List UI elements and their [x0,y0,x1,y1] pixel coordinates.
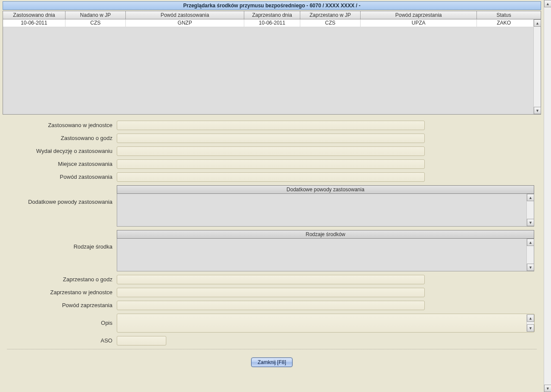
page-vertical-scrollbar[interactable]: ▲ ▼ [544,0,551,392]
field-ceased-hour[interactable] [117,275,425,284]
label-decision-by: Wydał decyzję o zastosowaniu [7,146,117,156]
grid-header-status[interactable]: Status [477,11,531,19]
field-applied-hour[interactable] [117,134,425,143]
types-of-means-scrollbar[interactable]: ▲ ▼ [526,239,534,271]
content-area: Przeglądarka środków przymusu bezpośredn… [0,0,544,392]
scroll-down-icon[interactable]: ▼ [534,107,541,114]
additional-reasons-list[interactable]: ▲ ▼ [117,194,534,227]
cell-ceased-jp: CZS [300,19,361,27]
cell-reason: GNZP [126,19,244,27]
grid-body: 10-06-2011 CZS GNZP 10-06-2011 CZS UPZA … [3,19,541,114]
label-place: Miejsce zastosowania [7,159,117,169]
label-cease-reason: Powód zaprzestania [7,301,117,310]
label-reason: Powód zastosowania [7,172,117,182]
field-description[interactable]: ▲ ▼ [117,314,535,333]
field-ceased-unit[interactable] [117,288,425,297]
description-scrollbar[interactable]: ▲ ▼ [526,314,534,332]
additional-reasons-panel: Dodatkowe powody zastosowania ▲ ▼ [117,185,534,227]
grid-header-ceased-date[interactable]: Zaprzestano dnia [244,11,300,19]
scroll-up-icon[interactable]: ▲ [527,194,534,201]
grid-vertical-scrollbar[interactable]: ▲ ▼ [533,19,541,114]
details-form: Zastosowano w jednostce Zastosowano o go… [3,121,541,367]
scroll-up-icon[interactable]: ▲ [527,239,534,246]
cell-applied-jp: CZS [65,19,126,27]
label-applied-unit: Zastosowano w jednostce [7,121,117,130]
scroll-down-icon[interactable]: ▼ [527,324,534,332]
grid-header-applied-jp[interactable]: Nadano w JP [65,11,126,19]
close-button[interactable]: Zamknij [F8] [251,358,293,367]
field-aso[interactable] [117,336,166,345]
label-aso: ASO [7,336,117,345]
scroll-down-icon[interactable]: ▼ [527,219,534,226]
scroll-up-icon[interactable]: ▲ [527,314,534,322]
window-title: Przeglądarka środków przymusu bezpośredn… [3,1,541,10]
types-of-means-header: Rodzaje środków [117,230,534,239]
label-additional-reasons: Dodatkowe powody zastosowania [7,185,117,207]
scroll-down-icon[interactable]: ▼ [544,385,551,392]
label-ceased-unit: Zaprzestano w jednostce [7,288,117,297]
cell-ceased-date: 10-06-2011 [244,19,300,27]
cell-applied-date: 10-06-2011 [3,19,65,27]
grid-header-row: Zastosowano dnia Nadano w JP Powód zasto… [3,11,541,19]
main-grid: Zastosowano dnia Nadano w JP Powód zasto… [3,11,541,115]
field-cease-reason[interactable] [117,301,425,310]
types-of-means-panel: Rodzaje środków ▲ ▼ [117,230,534,271]
grid-header-applied-date[interactable]: Zastosowano dnia [3,11,65,19]
additional-reasons-scrollbar[interactable]: ▲ ▼ [526,194,534,226]
cell-cease-reason: UPZA [361,19,477,27]
label-types-of-means: Rodzaje środka [7,230,117,252]
table-row[interactable]: 10-06-2011 CZS GNZP 10-06-2011 CZS UPZA … [3,19,541,27]
field-decision-by[interactable] [117,146,425,156]
scroll-up-icon[interactable]: ▲ [534,19,541,27]
grid-header-cease-reason[interactable]: Powód zaprzestania [361,11,477,19]
field-place[interactable] [117,159,425,169]
additional-reasons-header: Dodatkowe powody zastosowania [117,185,534,194]
field-reason[interactable] [117,172,425,182]
app-viewport: Przeglądarka środków przymusu bezpośredn… [0,0,551,392]
grid-header-ceased-jp[interactable]: Zaprzestano w JP [300,11,361,19]
label-applied-hour: Zastosowano o godz [7,134,117,143]
types-of-means-list[interactable]: ▲ ▼ [117,239,534,271]
field-applied-unit[interactable] [117,121,425,130]
button-bar: Zamknij [F8] [7,358,537,367]
label-ceased-hour: Zaprzestano o godz [7,275,117,284]
label-description: Opis [7,318,117,328]
cell-status: ZAKO [477,19,531,27]
separator-line [7,349,537,350]
grid-header-reason[interactable]: Powód zastosowania [126,11,244,19]
scroll-down-icon[interactable]: ▼ [527,264,534,271]
scroll-up-icon[interactable]: ▲ [544,0,551,7]
